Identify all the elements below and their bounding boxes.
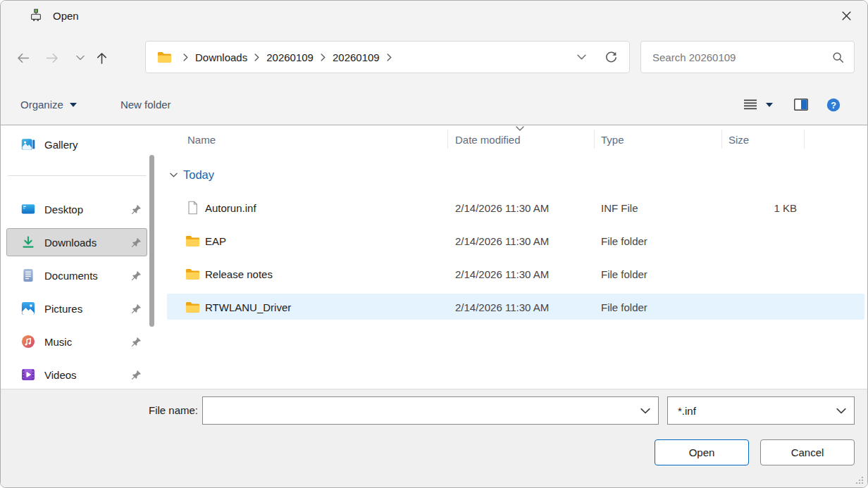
resize-grip[interactable] bbox=[855, 476, 864, 484]
refresh-icon[interactable] bbox=[604, 51, 618, 64]
new-folder-button[interactable]: New folder bbox=[120, 99, 171, 111]
sidebar-item-videos[interactable]: Videos bbox=[6, 361, 147, 389]
file-name: Release notes bbox=[205, 268, 273, 280]
recent-locations-button[interactable] bbox=[70, 47, 91, 68]
file-row-release-notes[interactable]: Release notes 2/14/2026 11:30 AM File fo… bbox=[167, 261, 864, 287]
breadcrumb-segment[interactable]: 20260109 bbox=[266, 51, 314, 63]
search-icon[interactable] bbox=[832, 51, 844, 63]
sidebar-scrollbar[interactable] bbox=[149, 155, 154, 327]
forward-arrow-icon bbox=[45, 51, 60, 65]
cancel-button-label: Cancel bbox=[791, 446, 824, 458]
file-date-modified: 2/14/2026 11:30 AM bbox=[455, 301, 549, 313]
file-type: File folder bbox=[601, 268, 647, 280]
file-size: 1 KB bbox=[721, 201, 797, 213]
pin-icon bbox=[131, 204, 142, 215]
sidebar-item-label: Videos bbox=[44, 369, 77, 381]
file-type: File folder bbox=[601, 234, 647, 246]
cancel-button[interactable]: Cancel bbox=[760, 439, 855, 465]
folder-icon bbox=[185, 267, 200, 281]
file-name-input[interactable] bbox=[203, 397, 640, 424]
organize-button[interactable]: Organize bbox=[20, 99, 77, 111]
column-divider[interactable] bbox=[804, 130, 805, 149]
sidebar-item-label: Desktop bbox=[44, 204, 83, 215]
sort-descending-icon bbox=[516, 126, 524, 131]
breadcrumb-segment[interactable]: 20260109 bbox=[333, 51, 380, 63]
column-header-date-modified[interactable]: Date modified bbox=[455, 134, 521, 146]
chevron-right-icon bbox=[183, 54, 188, 61]
column-header-name[interactable]: Name bbox=[187, 134, 216, 146]
file-date-modified: 2/14/2026 11:30 AM bbox=[455, 201, 549, 213]
sidebar-item-label: Documents bbox=[44, 270, 98, 282]
file-type-value: *.inf bbox=[678, 405, 836, 417]
views-button[interactable] bbox=[744, 99, 773, 110]
sidebar-item-music[interactable]: Music bbox=[6, 327, 147, 356]
column-headers: Name Date modified Type Size bbox=[161, 126, 867, 153]
preview-pane-button[interactable] bbox=[794, 99, 808, 111]
downloads-icon bbox=[21, 235, 35, 249]
sidebar-item-gallery[interactable]: Gallery bbox=[6, 130, 147, 158]
pictures-icon bbox=[21, 301, 35, 315]
window-title: Open bbox=[53, 10, 79, 22]
command-toolbar: Organize New folder bbox=[1, 84, 867, 125]
column-divider[interactable] bbox=[721, 130, 722, 149]
chevron-down-icon[interactable] bbox=[640, 408, 650, 414]
navigation-sidebar: Gallery Desktop Downloads Documents Pict… bbox=[1, 126, 161, 389]
file-list: Name Date modified Type Size Today Autor… bbox=[161, 126, 867, 389]
breadcrumb-segment[interactable]: Downloads bbox=[195, 51, 247, 63]
file-row-eap[interactable]: EAP 2/14/2026 11:30 AM File folder bbox=[167, 227, 864, 254]
back-arrow-icon bbox=[16, 51, 30, 65]
forward-button[interactable] bbox=[42, 47, 63, 68]
pin-icon bbox=[131, 304, 142, 314]
open-button-label: Open bbox=[689, 446, 715, 458]
sidebar-separator bbox=[8, 175, 146, 176]
pin-icon bbox=[131, 237, 142, 248]
gallery-icon bbox=[21, 137, 35, 151]
chevron-right-icon bbox=[321, 54, 326, 61]
folder-icon bbox=[157, 51, 172, 63]
sidebar-item-label: Music bbox=[44, 336, 72, 348]
column-header-size[interactable]: Size bbox=[728, 134, 749, 146]
chevron-right-icon bbox=[387, 54, 392, 61]
column-divider[interactable] bbox=[447, 130, 448, 149]
sidebar-item-downloads[interactable]: Downloads bbox=[6, 228, 147, 256]
search-box[interactable] bbox=[640, 41, 855, 73]
caret-down-icon bbox=[70, 103, 77, 107]
file-name-combo[interactable] bbox=[202, 396, 659, 425]
caret-down-icon bbox=[766, 103, 773, 107]
documents-icon bbox=[21, 268, 35, 282]
breadcrumb[interactable]: Downloads 20260109 20260109 bbox=[145, 41, 630, 73]
desktop-icon bbox=[21, 202, 35, 216]
sidebar-item-documents[interactable]: Documents bbox=[6, 261, 147, 289]
close-button[interactable] bbox=[825, 1, 867, 30]
back-button[interactable] bbox=[12, 47, 33, 68]
pin-icon bbox=[131, 370, 142, 380]
up-button[interactable] bbox=[91, 47, 112, 68]
address-dropdown-icon[interactable] bbox=[577, 54, 586, 60]
title-bar: Open bbox=[1, 1, 867, 30]
group-collapse-icon[interactable] bbox=[170, 173, 178, 177]
column-header-type[interactable]: Type bbox=[601, 134, 624, 146]
column-divider[interactable] bbox=[594, 130, 595, 149]
search-input[interactable] bbox=[651, 51, 832, 64]
group-label: Today bbox=[183, 168, 214, 182]
videos-icon bbox=[21, 368, 35, 382]
file-row-rtwlanu-driver[interactable]: RTWLANU_Driver 2/14/2026 11:30 AM File f… bbox=[167, 294, 864, 320]
open-file-dialog: Open Downloads 20260109 bbox=[0, 0, 868, 488]
group-header-today[interactable]: Today bbox=[161, 163, 214, 186]
dialog-footer: File name: *.inf Open Cancel bbox=[1, 389, 867, 487]
close-icon bbox=[842, 11, 851, 20]
file-date-modified: 2/14/2026 11:30 AM bbox=[455, 234, 549, 246]
help-icon bbox=[826, 98, 841, 112]
dialog-chrome: Open Downloads 20260109 bbox=[1, 1, 867, 125]
help-button[interactable] bbox=[826, 98, 841, 112]
sidebar-item-pictures[interactable]: Pictures bbox=[6, 294, 147, 323]
sidebar-item-desktop[interactable]: Desktop bbox=[6, 195, 147, 223]
new-folder-label: New folder bbox=[120, 99, 171, 111]
navigation-bar: Downloads 20260109 20260109 bbox=[1, 30, 867, 84]
open-button[interactable]: Open bbox=[655, 439, 749, 465]
organize-label: Organize bbox=[20, 99, 63, 111]
toolbar-right-group bbox=[744, 98, 841, 112]
file-type-select[interactable]: *.inf bbox=[667, 396, 855, 425]
file-type: INF File bbox=[601, 201, 638, 213]
file-row-autorun-inf[interactable]: Autorun.inf 2/14/2026 11:30 AM INF File … bbox=[167, 194, 864, 220]
